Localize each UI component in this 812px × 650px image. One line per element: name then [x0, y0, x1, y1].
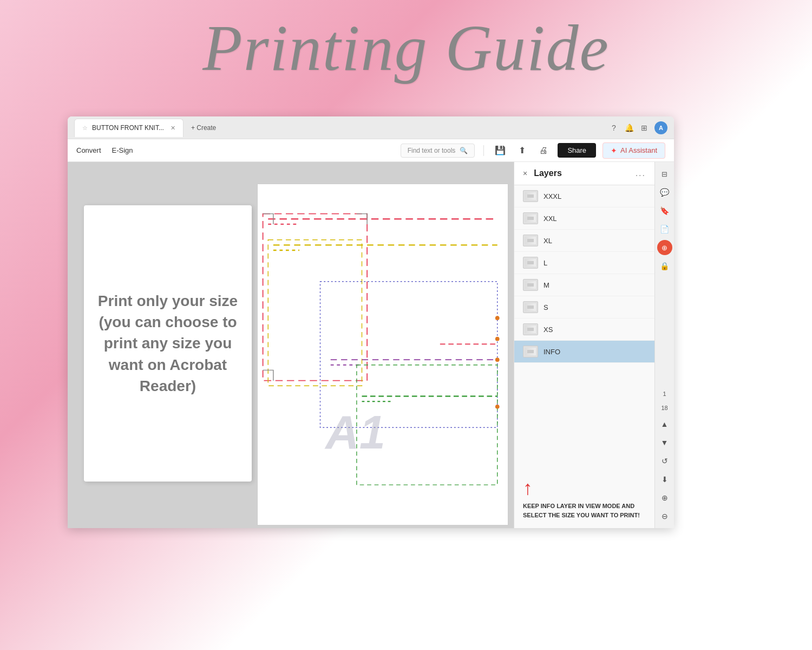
layer-item[interactable]: XL: [514, 230, 654, 252]
pdf-page: A1: [257, 184, 508, 525]
avatar[interactable]: A: [654, 121, 667, 134]
layer-item[interactable]: XXXL: [514, 185, 654, 207]
instruction-text: KEEP INFO LAYER IN VIEW MODE AND SELECT …: [523, 502, 646, 519]
page-current: 1: [663, 388, 666, 399]
layers-icon[interactable]: ⊕: [657, 240, 672, 255]
title-area: Printing Guide: [162, 11, 650, 86]
svg-point-14: [495, 358, 500, 362]
new-tab-button[interactable]: + Create: [186, 122, 221, 134]
toolbar-left: Convert E-Sign: [76, 144, 133, 157]
layer-name: M: [543, 281, 549, 289]
tab-close-icon[interactable]: ✕: [171, 125, 175, 132]
upload-icon[interactable]: ⬆: [514, 143, 529, 158]
layer-name: XXL: [543, 214, 557, 223]
content-area: Print only your size (you can choose to …: [68, 162, 674, 528]
toolbar: Convert E-Sign Find text or tools 🔍 💾 ⬆ …: [68, 139, 674, 162]
pattern-svg: A1: [258, 184, 508, 525]
layer-item[interactable]: XS: [514, 318, 654, 341]
layers-list: XXXLXXLXLLMSXSINFO: [514, 185, 654, 468]
layer-thumbnail: [523, 190, 538, 202]
layer-name: XL: [543, 237, 552, 245]
layers-header: × Layers ...: [514, 162, 654, 185]
bookmark-panel-icon[interactable]: 🔖: [657, 203, 672, 218]
save-icon[interactable]: 💾: [493, 143, 508, 158]
thumbnail-icon[interactable]: ⊟: [657, 166, 672, 181]
search-icon: 🔍: [460, 147, 468, 154]
esign-menu[interactable]: E-Sign: [112, 144, 133, 157]
layer-name: L: [543, 259, 547, 267]
layer-thumbnail: [523, 323, 538, 335]
layer-name: XS: [543, 326, 553, 334]
layer-name: XXXL: [543, 192, 561, 200]
tab-title: BUTTON FRONT KNIT...: [92, 124, 164, 132]
tab-bar: ☆ BUTTON FRONT KNIT... ✕ + Create: [74, 119, 609, 137]
layer-item[interactable]: M: [514, 274, 654, 296]
comment-icon[interactable]: 💬: [657, 185, 672, 200]
page-title: Printing Guide: [162, 11, 650, 86]
print-info-text: Print only your size (you can choose to …: [95, 290, 241, 396]
apps-icon[interactable]: ⊞: [639, 123, 649, 133]
ai-assistant-button[interactable]: ✦ AI Assistant: [603, 142, 665, 159]
layer-item[interactable]: XXL: [514, 207, 654, 230]
convert-menu[interactable]: Convert: [76, 144, 101, 157]
share-button[interactable]: Share: [558, 143, 596, 158]
zoom-out-icon[interactable]: ⊖: [657, 509, 672, 524]
layer-item[interactable]: S: [514, 296, 654, 318]
layer-thumbnail: [523, 279, 538, 291]
layer-name: S: [543, 303, 548, 311]
svg-rect-5: [268, 240, 362, 386]
right-sidebar: ⊟ 💬 🔖 📄 ⊕ 🔒 1 18 ▲ ▼ ↺ ⬇ ⊕ ⊖: [654, 162, 674, 528]
browser-icons: ? 🔔 ⊞ A: [609, 121, 667, 134]
arrow-up-icon: ↑: [523, 477, 646, 499]
toolbar-right: Find text or tools 🔍 💾 ⬆ 🖨 Share ✦ AI As…: [401, 142, 665, 159]
print-icon[interactable]: 🖨: [536, 143, 551, 158]
print-info-box: Print only your size (you can choose to …: [84, 205, 252, 482]
svg-point-12: [495, 316, 500, 320]
layer-name: INFO: [543, 348, 560, 356]
page-down-icon[interactable]: ▼: [657, 435, 672, 450]
svg-point-13: [495, 337, 500, 341]
layer-thumbnail: [523, 212, 538, 224]
svg-point-15: [495, 405, 500, 409]
layers-title: Layers: [534, 168, 635, 178]
ai-label: AI Assistant: [620, 146, 657, 154]
layer-thumbnail: [523, 301, 538, 313]
layer-item[interactable]: INFO: [514, 341, 654, 363]
layer-thumbnail: [523, 346, 538, 358]
help-icon[interactable]: ?: [609, 123, 619, 133]
layer-thumbnail: [523, 257, 538, 269]
ai-sparkle-icon: ✦: [611, 146, 617, 155]
page-total: 18: [661, 402, 667, 413]
layer-item[interactable]: L: [514, 252, 654, 274]
layers-more-icon[interactable]: ...: [636, 168, 646, 178]
browser-chrome: ☆ BUTTON FRONT KNIT... ✕ + Create ? 🔔 ⊞ …: [68, 116, 674, 139]
search-text: Find text or tools: [408, 147, 456, 154]
page-up-icon[interactable]: ▲: [657, 417, 672, 432]
zoom-in-icon[interactable]: ⊕: [657, 490, 672, 505]
instruction-box: ↑ KEEP INFO LAYER IN VIEW MODE AND SELEC…: [514, 468, 654, 528]
bookmark-icon: ☆: [82, 125, 88, 132]
refresh-icon[interactable]: ↺: [657, 453, 672, 469]
new-tab-label: + Create: [191, 124, 216, 132]
lock-icon[interactable]: 🔒: [657, 258, 672, 274]
pdf-viewer: Print only your size (you can choose to …: [68, 162, 514, 528]
bell-icon[interactable]: 🔔: [624, 123, 634, 133]
layers-close-icon[interactable]: ×: [523, 169, 527, 178]
svg-text:A1: A1: [324, 406, 385, 458]
active-tab[interactable]: ☆ BUTTON FRONT KNIT... ✕: [74, 119, 184, 137]
document-icon[interactable]: 📄: [657, 222, 672, 237]
browser-window: ☆ BUTTON FRONT KNIT... ✕ + Create ? 🔔 ⊞ …: [68, 116, 674, 528]
pdf-pattern-area: A1: [241, 178, 514, 528]
layer-thumbnail: [523, 235, 538, 246]
svg-rect-2: [263, 214, 368, 381]
toolbar-divider: [483, 145, 484, 156]
download-icon[interactable]: ⬇: [657, 472, 672, 487]
layers-panel: × Layers ... XXXLXXLXLLMSXSINFO ↑ KEEP I…: [514, 162, 654, 528]
search-bar[interactable]: Find text or tools 🔍: [401, 144, 475, 158]
